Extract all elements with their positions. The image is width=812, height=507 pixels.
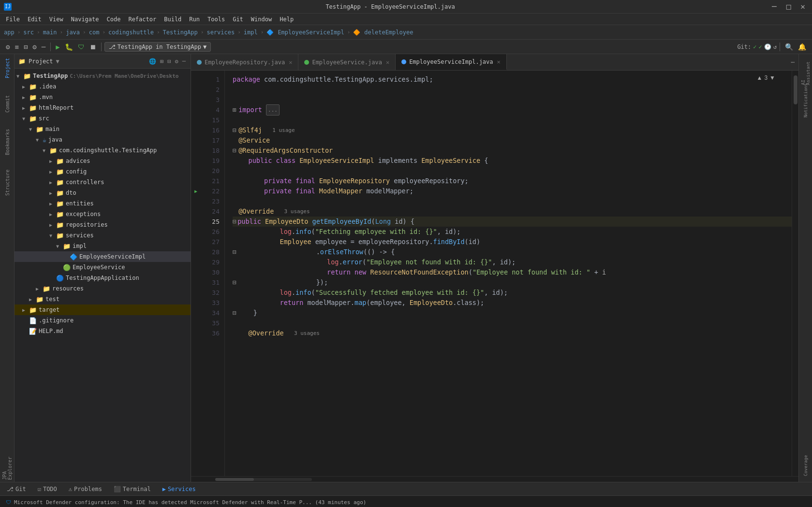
bottom-terminal-btn[interactable]: ⬛ Terminal (111, 485, 154, 493)
bottom-services-btn[interactable]: ▶ Services (160, 485, 199, 493)
project-gear-btn[interactable]: ⚙ (174, 57, 179, 66)
nav-app[interactable]: app (4, 29, 15, 36)
tabs-overflow-btn[interactable]: ⋯ (787, 58, 798, 66)
nav-method[interactable]: deleteEmployee (364, 29, 413, 36)
tab-close-service[interactable]: ✕ (386, 59, 389, 66)
nav-impl[interactable]: impl (244, 29, 258, 36)
menu-file[interactable]: File (2, 15, 24, 24)
nav-codingshuttle[interactable]: codingshuttle (108, 29, 154, 36)
toolbar-collapse-btn[interactable]: ⊟ (22, 42, 30, 52)
nav-testingapp[interactable]: TestingApp (163, 29, 198, 36)
toolbar-align-btn[interactable]: ≡ (13, 42, 20, 52)
sidebar-icon-bookmarks[interactable]: Bookmarks (0, 128, 14, 157)
notifications-button[interactable]: 🔔 (796, 42, 808, 52)
project-collapse-btn[interactable]: ⊟ (166, 57, 172, 66)
bottom-problems-btn[interactable]: ⚠ Problems (66, 485, 105, 493)
editor-scrollbar[interactable] (792, 71, 798, 476)
tree-resources[interactable]: ▶ 📁 resources (15, 283, 191, 294)
tab-employeeservice[interactable]: EmployeeService.java ✕ (298, 54, 396, 70)
nav-main[interactable]: main (43, 29, 57, 36)
nav-com[interactable]: com (89, 29, 100, 36)
fold-marker-import[interactable]: ... (266, 104, 280, 116)
bottom-todo-btn[interactable]: ☑ TODO (35, 485, 60, 493)
menu-code[interactable]: Code (103, 15, 125, 24)
notifications-panel[interactable]: Notifications (799, 86, 812, 115)
branch-selector[interactable]: ⎇ TestingApp in TestingApp ▼ (104, 42, 211, 52)
tree-testingappapplication[interactable]: ▶ 🔵 TestingAppApplication (15, 273, 191, 283)
gutter-run-icon[interactable]: ▶ (191, 186, 201, 196)
run-config-button[interactable]: ⏹ (88, 42, 98, 52)
toolbar-minus-btn[interactable]: ─ (40, 42, 47, 52)
project-expand-btn[interactable]: ⊞ (159, 57, 164, 66)
tree-dto[interactable]: ▶ 📁 dto (15, 188, 191, 198)
toolbar-gear2-btn[interactable]: ⚙ (30, 42, 38, 52)
tree-helpmd[interactable]: ▶ 📝 HELP.md (15, 326, 191, 336)
tree-src[interactable]: ▼ 📁 src (15, 113, 191, 124)
nav-src[interactable]: src (23, 29, 34, 36)
tree-root[interactable]: ▼ 📁 TestingApp C:\Users\Prem Mane\OneDri… (15, 71, 191, 81)
debug-button[interactable]: 🐛 (63, 42, 75, 52)
tree-target[interactable]: ▶ 📁 target (15, 304, 191, 315)
tree-advices[interactable]: ▶ 📁 advices (15, 156, 191, 166)
menu-tools[interactable]: Tools (204, 15, 229, 24)
tree-impl[interactable]: ▼ 📁 impl (15, 241, 191, 251)
search-button[interactable]: 🔍 (783, 42, 795, 52)
tree-test[interactable]: ▶ 📁 test (15, 294, 191, 304)
close-button[interactable]: ✕ (797, 1, 808, 12)
project-close-btn[interactable]: ─ (181, 57, 187, 66)
sidebar-icon-commit[interactable]: Commit (0, 92, 14, 116)
menu-window[interactable]: Window (247, 15, 276, 24)
coverage-panel[interactable]: Coverage (799, 451, 812, 480)
maximize-button[interactable]: □ (783, 1, 794, 12)
tree-entities[interactable]: ▶ 📁 entities (15, 198, 191, 209)
git-undo-icon[interactable]: ↺ (773, 43, 777, 50)
h-scroll-track[interactable] (215, 478, 312, 481)
menu-view[interactable]: View (45, 15, 67, 24)
tree-repositories[interactable]: ▶ 📁 repositories (15, 219, 191, 230)
bottom-git-btn[interactable]: ⎇ Git (4, 485, 29, 493)
project-settings-btn[interactable]: 🌐 (148, 57, 157, 66)
fold-icon-4[interactable]: ⊞ (233, 105, 236, 115)
git-check2-icon[interactable]: ✓ (759, 43, 762, 50)
code-editor[interactable]: package com.codingshuttle.TestingApp.ser… (225, 71, 792, 476)
menu-help[interactable]: Help (276, 15, 297, 24)
tree-idea[interactable]: ▶ 📁 .idea (15, 81, 191, 92)
scrollbar-thumb[interactable] (794, 75, 797, 104)
menu-edit[interactable]: Edit (24, 15, 45, 24)
coverage-button[interactable]: 🛡 (76, 42, 87, 52)
tree-htmlreport[interactable]: ▶ 📁 htmlReport (15, 102, 191, 113)
tree-employeeservice[interactable]: ▶ 🟢 EmployeeService (15, 262, 191, 273)
nav-class[interactable]: EmployeeServiceImpl (278, 29, 344, 36)
tab-employeeserviceimpl[interactable]: EmployeeServiceImpl.java ✕ (396, 54, 507, 70)
tree-config[interactable]: ▶ 📁 config (15, 166, 191, 177)
tab-employeerepository[interactable]: EmployeeRepository.java ✕ (191, 54, 298, 70)
menu-refactor[interactable]: Refactor (124, 15, 160, 24)
sidebar-icon-structure[interactable]: Structure (0, 168, 14, 197)
h-scroll-thumb[interactable] (215, 478, 254, 481)
tree-exceptions[interactable]: ▶ 📁 exceptions (15, 209, 191, 219)
tree-mvn[interactable]: ▶ 📁 .mvn (15, 92, 191, 102)
nav-java[interactable]: java (66, 29, 80, 36)
search-up-icon[interactable]: ▲ (757, 74, 763, 81)
tab-close-repository[interactable]: ✕ (289, 59, 292, 66)
search-down-icon[interactable]: ▼ (769, 74, 775, 81)
tree-java[interactable]: ▼ ☕ java (15, 134, 191, 145)
tree-gitignore[interactable]: ▶ 📄 .gitignore (15, 315, 191, 326)
horizontal-scrollbar[interactable] (191, 476, 798, 482)
tree-employeeserviceimpl[interactable]: ▶ 🔷 EmployeeServiceImpl (15, 251, 191, 262)
menu-navigate[interactable]: Navigate (67, 15, 103, 24)
menu-run[interactable]: Run (185, 15, 204, 24)
tree-com[interactable]: ▼ 📁 com.codingshuttle.TestingApp (15, 145, 191, 156)
run-button[interactable]: ▶ (54, 42, 61, 52)
menu-git[interactable]: Git (229, 15, 247, 24)
tree-controllers[interactable]: ▶ 📁 controllers (15, 177, 191, 188)
sidebar-icon-project[interactable]: Project (0, 56, 14, 80)
tree-main[interactable]: ▼ 📁 main (15, 124, 191, 134)
tree-services[interactable]: ▼ 📁 services (15, 230, 191, 241)
sidebar-icon-jpa[interactable]: JPA Explorer (0, 446, 14, 480)
nav-services[interactable]: services (207, 29, 235, 36)
git-check-icon[interactable]: ✓ (753, 43, 756, 50)
tab-close-serviceimpl[interactable]: ✕ (497, 58, 501, 65)
toolbar-settings-btn[interactable]: ⚙ (4, 42, 12, 52)
ai-assistant-panel[interactable]: AI Assistant (799, 56, 812, 85)
